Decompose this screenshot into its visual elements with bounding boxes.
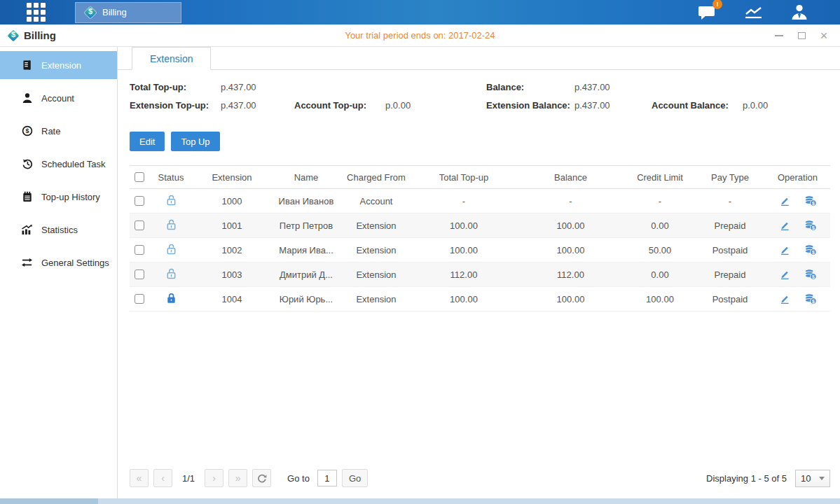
topbar-tab-billing[interactable]: $ Billing	[75, 2, 181, 23]
top-up-coins-icon[interactable]: $	[804, 269, 817, 280]
charged-from-cell: Extension	[341, 287, 411, 312]
displaying-text: Displaying 1 - 5 of 5	[706, 473, 787, 484]
statistics-icon	[21, 224, 33, 235]
balance-value: p.437.00	[574, 82, 652, 92]
header-operation: Operation	[765, 166, 830, 189]
pay-type-cell: Postpaid	[695, 238, 765, 262]
goto-label: Go to	[287, 473, 310, 484]
tab-bar: Extension	[118, 47, 840, 70]
total-topup-cell: 100.00	[411, 287, 516, 312]
topbar: $ Billing !	[0, 0, 840, 24]
rate-icon: $	[21, 125, 33, 136]
total-topup-label: Total Top-up:	[130, 82, 221, 92]
window-title: Billing	[24, 29, 56, 41]
lock-open-icon[interactable]	[166, 219, 177, 232]
sidebar-item-account[interactable]: Account	[0, 84, 117, 112]
header-name: Name	[271, 166, 341, 189]
charged-from-cell: Extension	[341, 238, 411, 262]
account-topup-value: p.0.00	[385, 100, 486, 111]
first-page-button[interactable]: «	[130, 469, 149, 487]
svg-text:$: $	[812, 274, 815, 280]
lock-open-icon[interactable]	[166, 268, 177, 281]
chevron-down-icon	[819, 477, 825, 480]
charged-from-cell: Account	[341, 189, 411, 214]
app-grid-icon[interactable]	[27, 3, 46, 22]
close-button[interactable]: ×	[819, 31, 829, 41]
pay-type-cell: Postpaid	[695, 287, 765, 312]
prev-page-button[interactable]: ‹	[153, 469, 172, 487]
sidebar-item-topup-history[interactable]: Top-up History	[0, 183, 117, 211]
edit-pencil-icon[interactable]	[779, 195, 790, 206]
extension-cell: 1000	[193, 189, 271, 214]
sidebar-item-extension[interactable]: Extension	[0, 51, 117, 79]
top-up-button[interactable]: Top Up	[171, 132, 219, 151]
edit-button[interactable]: Edit	[130, 132, 165, 151]
balance-cell: -	[516, 189, 625, 214]
next-page-button[interactable]: ›	[205, 469, 223, 487]
goto-page-input[interactable]	[317, 470, 337, 486]
select-checkbox[interactable]	[135, 220, 144, 230]
total-topup-cell: -	[411, 189, 516, 214]
edit-pencil-icon[interactable]	[779, 244, 790, 255]
account-icon	[21, 92, 33, 104]
top-up-coins-icon[interactable]: $	[804, 195, 817, 206]
sidebar: Extension Account $ Rate	[0, 47, 118, 498]
extension-balance-label: Extension Balance:	[486, 100, 574, 111]
select-checkbox[interactable]	[135, 270, 144, 279]
lock-open-icon[interactable]	[166, 195, 177, 208]
extension-cell: 1003	[193, 262, 271, 287]
sidebar-item-statistics[interactable]: Statistics	[0, 216, 117, 244]
sidebar-item-rate[interactable]: $ Rate	[0, 117, 117, 145]
refresh-button[interactable]	[252, 469, 271, 487]
pay-type-cell: -	[695, 189, 765, 214]
select-checkbox[interactable]	[135, 196, 144, 206]
top-up-coins-icon[interactable]: $	[804, 244, 817, 255]
select-checkbox[interactable]	[135, 245, 144, 255]
top-up-coins-icon[interactable]: $	[804, 220, 817, 231]
billing-summary: Total Top-up: p.437.00 Balance: p.437.00…	[130, 82, 830, 111]
sidebar-item-label: Rate	[41, 126, 60, 136]
top-up-coins-icon[interactable]: $	[804, 293, 817, 304]
sidebar-item-label: Statistics	[41, 225, 78, 235]
sidebar-item-label: Account	[41, 93, 74, 104]
select-all-checkbox[interactable]	[135, 172, 144, 182]
lock-open-icon[interactable]	[166, 244, 177, 257]
name-cell: Юрий Юрь...	[271, 287, 341, 312]
charged-from-cell: Extension	[341, 214, 411, 238]
tab-extension[interactable]: Extension	[132, 47, 211, 70]
svg-text:$: $	[812, 201, 815, 206]
total-topup-value: p.437.00	[221, 82, 294, 92]
extension-cell: 1001	[193, 214, 271, 238]
sidebar-item-label: Scheduled Task	[41, 159, 106, 169]
table-row: 1000Иван ИвановAccount----$	[130, 189, 830, 214]
messages-icon[interactable]: !	[698, 4, 716, 20]
page-size-value: 10	[801, 473, 811, 484]
select-checkbox[interactable]	[135, 294, 144, 304]
svg-text:$: $	[812, 225, 815, 231]
total-topup-cell: 112.00	[411, 262, 516, 287]
minimize-button[interactable]	[774, 31, 784, 41]
total-topup-cell: 100.00	[411, 214, 516, 238]
last-page-button[interactable]: »	[228, 469, 247, 487]
edit-pencil-icon[interactable]	[779, 220, 790, 231]
name-cell: Мария Ива...	[271, 238, 341, 262]
main-content: Extension Total Top-up: p.437.00 Balance…	[118, 47, 840, 498]
edit-pencil-icon[interactable]	[779, 269, 790, 280]
user-account-icon[interactable]	[791, 4, 808, 20]
lock-closed-icon[interactable]	[166, 293, 177, 306]
edit-pencil-icon[interactable]	[779, 293, 790, 304]
maximize-button[interactable]	[797, 31, 806, 41]
sidebar-item-label: Extension	[41, 60, 81, 71]
pagination-bar: « ‹ 1/1 › » Go to Go Displaying 1 - 5 of…	[130, 469, 830, 498]
topbar-tab-label: Billing	[102, 7, 127, 18]
balance-cell: 100.00	[516, 214, 625, 238]
sidebar-item-scheduled-task[interactable]: Scheduled Task	[0, 150, 117, 178]
account-topup-label: Account Top-up:	[294, 100, 385, 111]
page-size-select[interactable]: 10	[795, 470, 830, 487]
total-topup-cell: 100.00	[411, 238, 516, 262]
sidebar-item-general-settings[interactable]: General Settings	[0, 248, 117, 276]
header-charged-from: Charged From	[341, 166, 411, 189]
go-button[interactable]: Go	[342, 469, 368, 487]
extension-icon	[21, 59, 33, 71]
statistics-chart-icon[interactable]	[744, 6, 763, 20]
